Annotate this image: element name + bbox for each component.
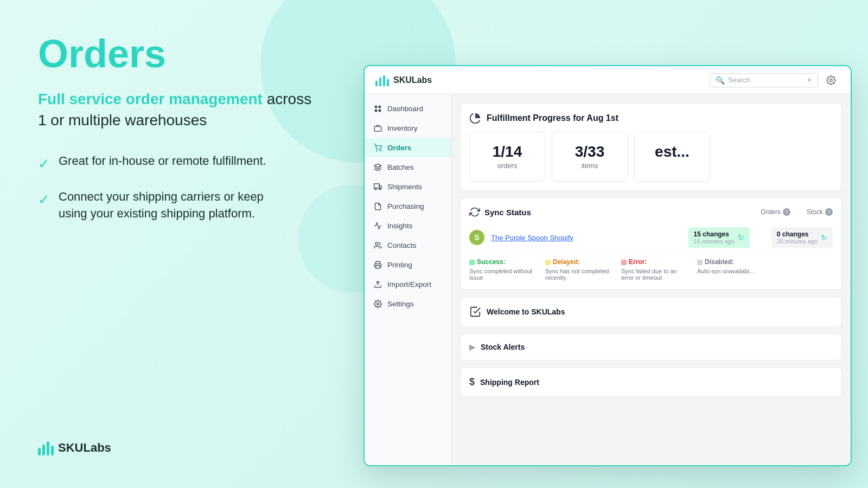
stat-orders-label: orders bbox=[497, 162, 518, 170]
sidebar-item-shipments[interactable]: Shipments bbox=[365, 177, 451, 196]
svg-rect-1 bbox=[374, 105, 376, 107]
sidebar-label-inventory: Inventory bbox=[387, 124, 418, 132]
insights-icon bbox=[373, 221, 382, 230]
legend-disabled: Disabled: Auto-syn unavailabi... bbox=[697, 258, 754, 281]
feature-list: ✓ Great for in-house or remote fulfillme… bbox=[38, 153, 331, 237]
logo-bar-2 bbox=[42, 445, 45, 455]
delayed-desc: Sync has not completed recently. bbox=[545, 268, 610, 281]
svg-marker-10 bbox=[379, 185, 381, 188]
stat-items: 3/33 items bbox=[552, 132, 628, 182]
sidebar-label-insights: Insights bbox=[387, 222, 413, 230]
orders-help-icon: ? bbox=[783, 208, 790, 216]
stock-help-icon: ? bbox=[825, 208, 833, 216]
stat-est-text: est... bbox=[648, 143, 697, 160]
sidebar-item-insights[interactable]: Insights bbox=[365, 216, 451, 235]
svg-rect-5 bbox=[374, 126, 381, 131]
shipping-report-title: Shipping Report bbox=[480, 378, 539, 387]
svg-point-6 bbox=[376, 150, 377, 151]
shipping-report-row: $ Shipping Report bbox=[469, 376, 833, 388]
stock-alerts-card[interactable]: ▶ Stock Alerts bbox=[460, 333, 842, 361]
error-dot bbox=[621, 260, 627, 265]
app-logo-bars bbox=[375, 74, 389, 86]
search-clear-icon: ✕ bbox=[807, 76, 812, 84]
sidebar-item-settings[interactable]: Settings bbox=[365, 294, 451, 313]
sidebar-label-printing: Printing bbox=[387, 261, 412, 269]
sync-title: Sync Status bbox=[469, 207, 531, 217]
sync-icon bbox=[469, 207, 480, 217]
app-logo: SKULabs bbox=[375, 74, 432, 86]
check-icon-2: ✓ bbox=[38, 190, 50, 209]
success-dot bbox=[469, 260, 475, 265]
stock-refresh-button[interactable]: ↻ bbox=[821, 233, 827, 242]
sidebar-label-orders: Orders bbox=[387, 144, 411, 152]
sidebar-item-dashboard[interactable]: Dashboard bbox=[365, 99, 451, 118]
sidebar: Dashboard Inventory Orders Batches bbox=[365, 94, 451, 465]
logo-text: SKULabs bbox=[58, 441, 111, 455]
stock-col-text: Stock bbox=[807, 208, 823, 216]
orders-icon bbox=[373, 143, 382, 152]
legend-delayed: Delayed: Sync has not completed recently… bbox=[545, 258, 610, 281]
hero-title: Orders bbox=[38, 33, 331, 75]
sidebar-item-batches[interactable]: Batches bbox=[365, 157, 451, 177]
sidebar-item-import-export[interactable]: Import/Export bbox=[365, 274, 451, 294]
error-label: Error: bbox=[629, 258, 647, 266]
sidebar-label-import-export: Import/Export bbox=[387, 280, 431, 288]
app-logo-sku: SKU bbox=[393, 75, 412, 85]
svg-point-13 bbox=[375, 242, 378, 245]
app-logo-bar-4 bbox=[387, 79, 389, 86]
subtitle-highlight: Full service order management bbox=[38, 91, 263, 107]
marketing-logo: SKULabs bbox=[38, 440, 331, 455]
logo-bar-1 bbox=[38, 448, 41, 455]
stock-col-label: Stock ? bbox=[807, 208, 833, 216]
sync-legend: Success: Sync completed without issue De… bbox=[469, 258, 833, 281]
sync-store-name[interactable]: The Purple Spoon Shopify bbox=[491, 234, 573, 242]
orders-sync-box: 15 changes 16 minutes ago ↻ bbox=[688, 227, 750, 248]
logo-bar-4 bbox=[51, 446, 54, 455]
search-box[interactable]: 🔍 Search ✕ bbox=[710, 73, 818, 87]
stock-alerts-row: ▶ Stock Alerts bbox=[469, 343, 833, 351]
disabled-label: Disabled: bbox=[705, 258, 734, 266]
welcome-card: Welcome to SKULabs bbox=[460, 297, 842, 327]
shipping-report-card: $ Shipping Report bbox=[460, 367, 842, 397]
success-desc: Sync completed without issue bbox=[469, 268, 534, 281]
legend-success: Success: Sync completed without issue bbox=[469, 258, 534, 281]
sidebar-item-orders[interactable]: Orders bbox=[365, 138, 451, 157]
sidebar-item-contacts[interactable]: Contacts bbox=[365, 235, 451, 255]
fulfillment-card: Fulfillment Progress for Aug 1st 1/14 or… bbox=[460, 103, 842, 191]
delayed-dot bbox=[545, 260, 551, 265]
feature-text-2: Connect your shipping carriers or keepus… bbox=[59, 189, 264, 222]
svg-rect-4 bbox=[378, 109, 380, 111]
feature-item-1: ✓ Great for in-house or remote fulfillme… bbox=[38, 153, 331, 174]
logo-labs: Labs bbox=[83, 441, 111, 454]
fulfillment-stats: 1/14 orders 3/33 items est... bbox=[469, 132, 833, 182]
disabled-desc: Auto-syn unavailabi... bbox=[697, 268, 754, 274]
sidebar-label-shipments: Shipments bbox=[387, 183, 422, 191]
svg-marker-8 bbox=[374, 164, 381, 167]
sync-row-purple-spoon: S The Purple Spoon Shopify 15 changes 16… bbox=[469, 223, 833, 253]
delayed-label: Delayed: bbox=[553, 258, 580, 266]
sidebar-item-printing[interactable]: Printing bbox=[365, 255, 451, 274]
feature-text-1: Great for in-house or remote fulfillment… bbox=[59, 153, 266, 170]
settings-header-button[interactable] bbox=[822, 72, 840, 89]
svg-rect-9 bbox=[374, 183, 379, 188]
dollar-icon: $ bbox=[469, 376, 475, 388]
app-body: Dashboard Inventory Orders Batches bbox=[365, 94, 851, 465]
purchasing-icon bbox=[373, 202, 382, 210]
dashboard-icon bbox=[373, 104, 382, 113]
sidebar-item-inventory[interactable]: Inventory bbox=[365, 118, 451, 138]
sidebar-item-purchasing[interactable]: Purchasing bbox=[365, 196, 451, 216]
welcome-section: Welcome to SKULabs bbox=[469, 306, 833, 318]
shipments-icon bbox=[373, 182, 382, 191]
app-logo-text: SKULabs bbox=[393, 75, 432, 85]
orders-refresh-button[interactable]: ↻ bbox=[738, 233, 744, 242]
app-logo-bar-1 bbox=[375, 81, 378, 86]
search-placeholder: Search bbox=[728, 76, 803, 84]
printing-icon bbox=[373, 260, 382, 269]
svg-point-11 bbox=[374, 188, 376, 190]
legend-error: Error: Sync failed due to an error or ti… bbox=[621, 258, 686, 281]
main-content: Fulfillment Progress for Aug 1st 1/14 or… bbox=[451, 94, 851, 465]
orders-col-label: Orders ? bbox=[761, 208, 790, 216]
stock-changes: 0 changes bbox=[777, 230, 818, 238]
disabled-dot bbox=[697, 260, 703, 265]
welcome-title: Welcome to SKULabs bbox=[487, 307, 565, 316]
